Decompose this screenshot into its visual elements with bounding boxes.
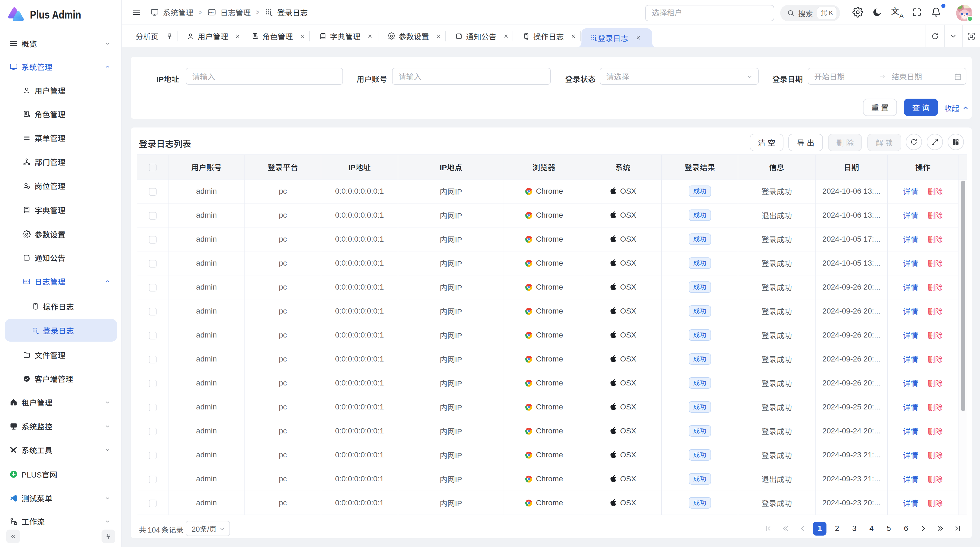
svg-text:DEV: DEV — [24, 280, 29, 283]
svg-text:DEV: DEV — [209, 11, 215, 14]
